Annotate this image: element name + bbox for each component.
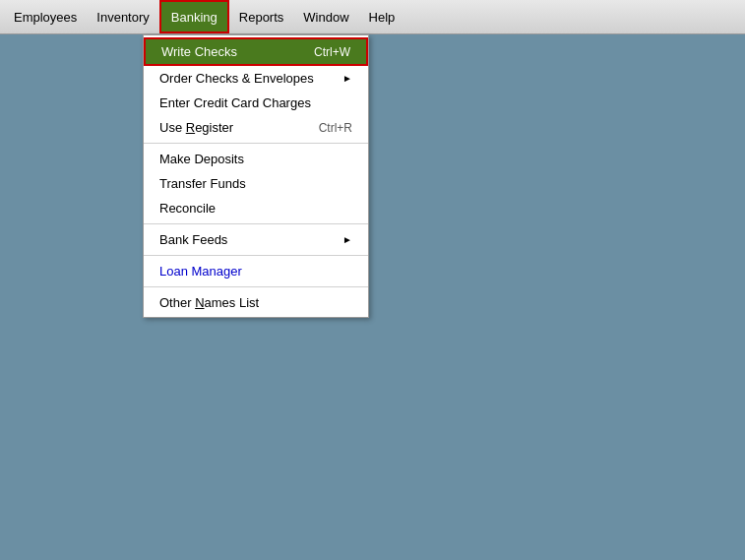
bank-feeds-label: Bank Feeds xyxy=(159,232,227,247)
transfer-funds-label: Transfer Funds xyxy=(159,176,246,191)
credit-card-label: Enter Credit Card Charges xyxy=(159,95,311,110)
use-register-item[interactable]: Use Register Ctrl+R xyxy=(144,115,368,140)
write-checks-label: Write Checks xyxy=(161,44,237,59)
menu-item-help[interactable]: Help xyxy=(359,0,405,33)
reconcile-item[interactable]: Reconcile xyxy=(144,196,368,220)
loan-manager-label: Loan Manager xyxy=(159,264,242,279)
order-checks-label: Order Checks & Envelopes xyxy=(159,71,314,86)
reconcile-label: Reconcile xyxy=(159,201,216,216)
separator-3 xyxy=(144,255,368,256)
separator-4 xyxy=(144,286,368,287)
bank-feeds-arrow: ► xyxy=(342,234,352,245)
menu-item-employees[interactable]: Employees xyxy=(4,0,87,33)
separator-2 xyxy=(144,223,368,224)
use-register-shortcut: Ctrl+R xyxy=(319,121,352,135)
bank-feeds-item[interactable]: Bank Feeds ► xyxy=(144,227,368,252)
other-names-item[interactable]: Other Names List xyxy=(144,290,368,315)
banking-dropdown-menu: Write Checks Ctrl+W Order Checks & Envel… xyxy=(143,34,369,318)
menu-item-banking[interactable]: Banking xyxy=(159,0,229,33)
menu-item-inventory[interactable]: Inventory xyxy=(87,0,158,33)
write-checks-shortcut: Ctrl+W xyxy=(314,45,350,59)
make-deposits-label: Make Deposits xyxy=(159,152,244,166)
order-checks-item[interactable]: Order Checks & Envelopes ► xyxy=(144,66,368,91)
menu-item-window[interactable]: Window xyxy=(293,0,358,33)
use-register-label: Use Register xyxy=(159,120,233,135)
order-checks-arrow: ► xyxy=(342,73,352,84)
credit-card-item[interactable]: Enter Credit Card Charges xyxy=(144,91,368,115)
menubar: Employees Inventory Banking Reports Wind… xyxy=(0,0,745,34)
write-checks-item[interactable]: Write Checks Ctrl+W xyxy=(144,37,368,66)
menu-item-reports[interactable]: Reports xyxy=(229,0,294,33)
separator-1 xyxy=(144,143,368,144)
loan-manager-item[interactable]: Loan Manager xyxy=(144,259,368,283)
other-names-label: Other Names List xyxy=(159,295,259,310)
transfer-funds-item[interactable]: Transfer Funds xyxy=(144,171,368,196)
make-deposits-item[interactable]: Make Deposits xyxy=(144,147,368,171)
